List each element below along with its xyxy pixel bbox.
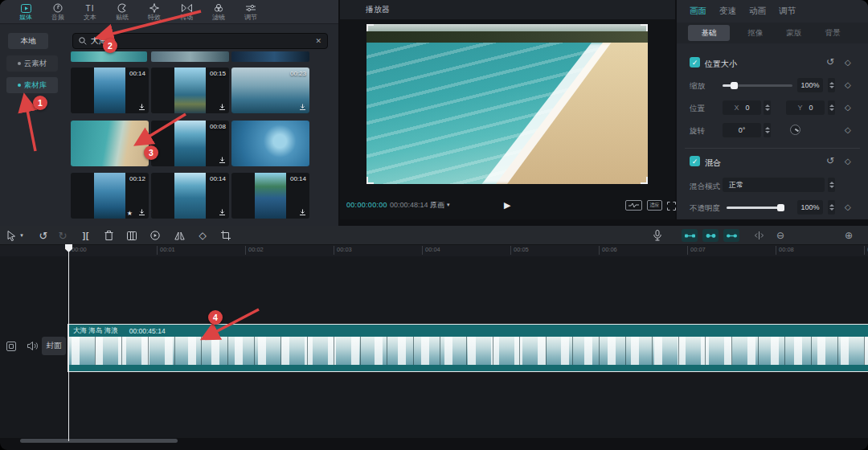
reverse-button[interactable] <box>149 226 162 245</box>
auto-attach-toggle[interactable] <box>702 229 719 242</box>
thumbnail-strip[interactable] <box>231 51 309 62</box>
position-x-field[interactable]: X 0 <box>723 100 761 115</box>
download-icon[interactable] <box>299 104 306 111</box>
media-card[interactable]: 00:08 <box>151 121 229 166</box>
media-card[interactable]: 00:14 <box>231 173 309 219</box>
keyframe-icon[interactable]: ◇ <box>845 103 851 112</box>
keyframe-icon[interactable]: ◇ <box>845 58 851 67</box>
rotate-stepper[interactable] <box>764 123 771 137</box>
zoom-in-button[interactable]: ⊕ <box>842 226 855 245</box>
reset-icon[interactable]: ↺ <box>826 56 834 68</box>
clear-search-icon[interactable]: ✕ <box>315 37 321 45</box>
subtab-background[interactable]: 背景 <box>817 25 849 41</box>
scale-value-field[interactable]: 100% <box>797 78 823 92</box>
playhead[interactable] <box>68 245 69 441</box>
magnet-toggle[interactable] <box>682 229 698 242</box>
horizontal-scrollbar[interactable] <box>20 439 178 443</box>
play-button[interactable]: ▶ <box>504 198 510 211</box>
delete-button[interactable] <box>102 226 115 245</box>
download-icon[interactable] <box>219 209 226 216</box>
mute-track-button[interactable] <box>27 341 39 351</box>
opacity-value-field[interactable]: 100% <box>797 200 823 215</box>
blend-checkbox[interactable]: ✓ <box>690 156 700 166</box>
zoom-out-button[interactable]: ⊖ <box>774 226 787 245</box>
opacity-slider[interactable] <box>727 207 783 209</box>
selection-handle[interactable] <box>366 24 374 31</box>
favorite-star-icon[interactable]: ★ <box>127 210 133 217</box>
scale-slider-thumb[interactable] <box>731 82 738 89</box>
media-card-selected[interactable] <box>71 121 149 166</box>
media-card[interactable]: 00:14 <box>151 173 229 219</box>
redo-button[interactable]: ↻ <box>56 226 69 245</box>
tab-speed[interactable]: 变速 <box>719 6 736 17</box>
linkage-toggle[interactable] <box>723 229 739 242</box>
tab-filters[interactable]: 滤镜 <box>203 3 235 21</box>
blend-mode-stepper[interactable] <box>828 178 835 192</box>
sidebar-item-local[interactable]: 本地 <box>8 33 48 49</box>
subtab-mask[interactable]: 蒙版 <box>778 25 810 41</box>
download-icon[interactable] <box>138 209 145 216</box>
tab-picture[interactable]: 画面 <box>690 6 706 17</box>
download-icon[interactable] <box>138 104 145 111</box>
sidebar-item-cloud[interactable]: 云素材 <box>6 55 58 72</box>
select-tool-caret-icon[interactable]: ▾ <box>18 226 26 245</box>
thumbnail-strip[interactable] <box>151 51 229 62</box>
keyframe-icon[interactable]: ◇ <box>845 157 851 166</box>
scale-slider[interactable] <box>723 84 792 87</box>
sidebar-item-library[interactable]: 素材库 <box>6 77 58 93</box>
keyframe-icon[interactable]: ◇ <box>845 202 851 211</box>
media-card[interactable]: 00:23 <box>231 68 309 113</box>
crop-button[interactable] <box>219 226 232 245</box>
position-y-field[interactable]: Y 0 <box>786 100 825 115</box>
undo-button[interactable]: ↺ <box>37 226 50 245</box>
selection-handle[interactable] <box>641 177 648 184</box>
tab-adjust[interactable]: 调节 <box>235 3 267 21</box>
position-size-checkbox[interactable]: ✓ <box>690 57 700 68</box>
cover-button[interactable]: 封面 <box>42 337 66 355</box>
media-card[interactable]: 00:12 ★ <box>71 173 149 219</box>
search-input[interactable] <box>91 37 311 46</box>
quality-dropdown[interactable]: 原画 ▾ <box>430 198 450 211</box>
fit-mode-button[interactable]: 适应 <box>647 200 662 211</box>
selection-handle[interactable] <box>641 24 648 31</box>
tab-adjust[interactable]: 调节 <box>779 6 796 17</box>
position-x-stepper[interactable] <box>764 100 771 115</box>
tab-effects[interactable]: 特效 <box>138 3 170 21</box>
keyframe-icon[interactable]: ◇ <box>845 80 851 89</box>
opacity-slider-thumb[interactable] <box>777 204 784 211</box>
video-clip[interactable]: 大海 海岛 海浪 00:00:45:14 <box>68 325 868 371</box>
scale-stepper[interactable] <box>828 78 835 92</box>
tab-transitions[interactable]: 转场 <box>170 3 203 21</box>
track-header-icon[interactable] <box>6 342 16 351</box>
media-card[interactable] <box>231 121 309 166</box>
preview-axis-button[interactable] <box>752 226 765 245</box>
keyframe-icon[interactable]: ◇ <box>845 125 851 134</box>
mirror-button[interactable] <box>173 226 186 245</box>
position-y-stepper[interactable] <box>828 100 835 115</box>
rotation-knob[interactable] <box>790 125 800 135</box>
opacity-stepper[interactable] <box>828 200 835 215</box>
subtab-basic[interactable]: 基础 <box>688 25 730 41</box>
tab-sticker[interactable]: 贴纸 <box>106 3 138 21</box>
download-icon[interactable] <box>219 104 226 111</box>
blend-mode-dropdown[interactable]: 正常 <box>723 178 825 192</box>
subtab-cutout[interactable]: 抠像 <box>739 25 772 41</box>
reset-icon[interactable]: ↺ <box>826 155 834 166</box>
timeline-ruler[interactable]: 00:00 00:01 00:02 00:03 00:04 00:05 00:0… <box>0 245 868 256</box>
tab-animation[interactable]: 动画 <box>749 6 766 17</box>
media-card[interactable]: 00:15 <box>151 68 229 113</box>
preview-video[interactable] <box>366 24 648 184</box>
rotate-value-field[interactable]: 0° <box>723 123 761 137</box>
download-icon[interactable] <box>299 209 306 216</box>
media-card[interactable]: 00:14 <box>71 68 149 113</box>
record-voiceover-button[interactable] <box>651 226 664 245</box>
audio-meter-button[interactable] <box>625 200 642 211</box>
rotate-button[interactable]: ◇ <box>196 226 209 245</box>
select-tool-button[interactable] <box>5 226 18 245</box>
tab-media[interactable]: 媒体 <box>10 3 42 21</box>
download-icon[interactable] <box>219 157 226 164</box>
selection-handle[interactable] <box>366 177 374 184</box>
tab-audio[interactable]: 音频 <box>42 3 74 21</box>
tab-text[interactable]: TI 文本 <box>74 3 106 21</box>
split-button[interactable]: ][ <box>79 226 93 245</box>
